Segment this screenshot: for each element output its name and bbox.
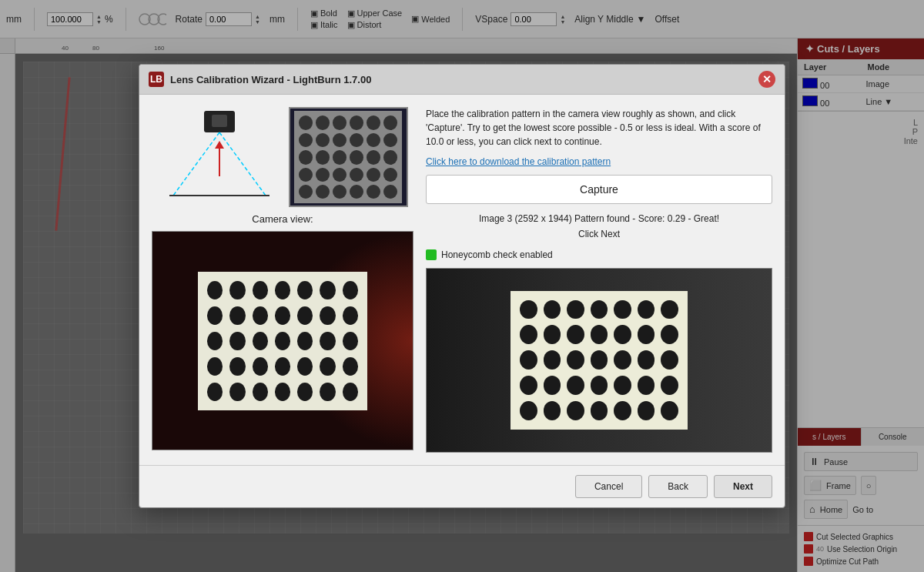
dialog-title: Lens Calibration Wizard - LightBurn 1.7.… xyxy=(170,74,371,85)
cam-dot xyxy=(207,332,223,350)
dialog-titlebar: LB Lens Calibration Wizard - LightBurn 1… xyxy=(139,65,785,95)
score-line-2: Click Next xyxy=(426,227,772,242)
r-dot xyxy=(614,376,631,395)
calib-dot xyxy=(316,133,330,147)
r-dot xyxy=(520,325,537,344)
calib-dot xyxy=(299,133,313,147)
r-dot xyxy=(661,325,678,344)
calibration-diagram xyxy=(158,107,281,207)
honeycomb-label: Honeycomb check enabled xyxy=(441,249,553,260)
camera-dot-grid xyxy=(198,272,367,410)
camera-lens xyxy=(212,115,227,127)
calib-dot xyxy=(299,185,313,199)
cam-dot xyxy=(320,383,335,401)
calib-dot xyxy=(367,133,380,147)
score-line-1: Image 3 (2592 x 1944) Pattern found - Sc… xyxy=(426,212,772,226)
cam-dot xyxy=(253,281,268,299)
app-icon: LB xyxy=(149,72,164,87)
top-images-row xyxy=(158,107,408,207)
cam-dot xyxy=(297,332,313,350)
r-dot xyxy=(638,300,655,319)
calib-dot xyxy=(316,185,330,199)
r-dot xyxy=(614,401,631,420)
calib-dot xyxy=(383,185,397,199)
download-link[interactable]: Click here to download the calibration p… xyxy=(426,156,772,167)
cam-dot xyxy=(343,306,358,325)
cancel-button[interactable]: Cancel xyxy=(575,475,642,498)
r-dot xyxy=(567,401,584,420)
cam-dot xyxy=(320,332,335,350)
cam-dot xyxy=(253,332,268,350)
calib-dot xyxy=(383,115,397,129)
r-dot xyxy=(638,350,655,370)
cam-dot xyxy=(275,332,290,350)
r-dot xyxy=(567,300,584,319)
r-dot xyxy=(638,376,655,395)
cam-dot xyxy=(207,281,223,299)
cam-dot xyxy=(275,383,290,401)
cam-dot xyxy=(207,357,223,376)
cam-dot xyxy=(229,332,245,350)
close-button[interactable]: ✕ xyxy=(758,71,775,88)
calib-dot-grid xyxy=(294,111,402,203)
cam-dot xyxy=(297,383,313,401)
r-dot xyxy=(591,325,608,344)
capture-button[interactable]: Capture xyxy=(426,175,772,204)
calib-dot xyxy=(333,115,346,129)
calib-dot xyxy=(299,168,313,182)
dialog-body: Camera view: xyxy=(139,95,785,464)
cam-dot xyxy=(343,357,358,376)
cam-dot xyxy=(297,357,313,376)
cam-dot xyxy=(253,357,268,376)
fov-line-right xyxy=(219,132,266,196)
right-dot-grid xyxy=(511,291,688,430)
dialog-left-panel: Camera view: xyxy=(152,107,413,452)
r-dot xyxy=(520,350,537,370)
calib-dot xyxy=(367,115,380,129)
back-button[interactable]: Back xyxy=(648,475,708,498)
cam-dot xyxy=(253,306,268,325)
camera-diagram-svg xyxy=(158,107,281,207)
calib-dot xyxy=(333,185,346,199)
camera-view-label: Camera view: xyxy=(252,213,313,225)
calib-dot xyxy=(383,150,397,164)
cam-dot xyxy=(253,383,268,401)
cam-dot xyxy=(275,357,290,376)
cam-dot xyxy=(320,357,335,376)
cam-dot xyxy=(320,281,335,299)
calibration-photo xyxy=(289,107,408,207)
r-dot xyxy=(638,401,655,420)
calib-dot xyxy=(299,150,313,164)
calib-dot xyxy=(367,185,380,199)
next-button[interactable]: Next xyxy=(714,475,772,498)
calib-dot xyxy=(316,115,330,129)
arrow-head xyxy=(215,141,224,149)
r-dot xyxy=(638,325,655,344)
calib-dot xyxy=(333,150,346,164)
r-dot xyxy=(520,300,537,319)
r-dot xyxy=(544,376,561,395)
cam-dot xyxy=(343,281,358,299)
dialog-titlebar-left: LB Lens Calibration Wizard - LightBurn 1… xyxy=(149,72,371,87)
calib-dot xyxy=(350,150,363,164)
cam-dot xyxy=(229,383,245,401)
r-dot xyxy=(520,401,537,420)
calib-dot xyxy=(316,150,330,164)
dialog-footer: Cancel Back Next xyxy=(139,465,785,507)
calib-dot xyxy=(316,168,330,182)
calib-dot xyxy=(367,150,380,164)
r-dot xyxy=(591,300,608,319)
r-dot xyxy=(661,401,678,420)
r-dot xyxy=(544,300,561,319)
r-dot xyxy=(567,325,584,344)
calib-dot xyxy=(383,133,397,147)
dialog-right-panel: Place the calibration pattern in the cam… xyxy=(426,107,772,452)
cam-dot xyxy=(297,281,313,299)
honeycomb-row: Honeycomb check enabled xyxy=(426,249,772,260)
r-dot xyxy=(591,350,608,370)
cam-dot xyxy=(320,306,335,325)
calib-dot xyxy=(350,185,363,199)
r-dot xyxy=(544,325,561,344)
cam-dot xyxy=(229,281,245,299)
instruction-text: Place the calibration pattern in the cam… xyxy=(426,107,772,149)
